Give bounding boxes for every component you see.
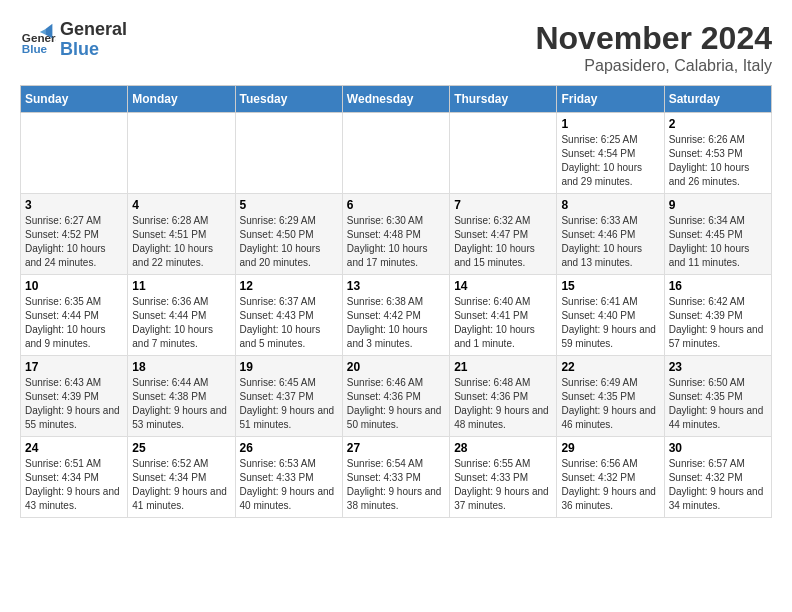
day-cell: 7Sunrise: 6:32 AM Sunset: 4:47 PM Daylig… xyxy=(450,194,557,275)
location: Papasidero, Calabria, Italy xyxy=(535,57,772,75)
day-info: Sunrise: 6:27 AM Sunset: 4:52 PM Dayligh… xyxy=(25,214,123,270)
day-number: 20 xyxy=(347,360,445,374)
day-number: 9 xyxy=(669,198,767,212)
day-info: Sunrise: 6:43 AM Sunset: 4:39 PM Dayligh… xyxy=(25,376,123,432)
day-info: Sunrise: 6:28 AM Sunset: 4:51 PM Dayligh… xyxy=(132,214,230,270)
day-info: Sunrise: 6:50 AM Sunset: 4:35 PM Dayligh… xyxy=(669,376,767,432)
day-cell: 26Sunrise: 6:53 AM Sunset: 4:33 PM Dayli… xyxy=(235,437,342,518)
header-cell-wednesday: Wednesday xyxy=(342,86,449,113)
day-number: 2 xyxy=(669,117,767,131)
day-number: 19 xyxy=(240,360,338,374)
day-cell: 30Sunrise: 6:57 AM Sunset: 4:32 PM Dayli… xyxy=(664,437,771,518)
day-info: Sunrise: 6:26 AM Sunset: 4:53 PM Dayligh… xyxy=(669,133,767,189)
calendar-body: 1Sunrise: 6:25 AM Sunset: 4:54 PM Daylig… xyxy=(21,113,772,518)
day-info: Sunrise: 6:54 AM Sunset: 4:33 PM Dayligh… xyxy=(347,457,445,513)
day-cell: 9Sunrise: 6:34 AM Sunset: 4:45 PM Daylig… xyxy=(664,194,771,275)
day-number: 12 xyxy=(240,279,338,293)
day-info: Sunrise: 6:52 AM Sunset: 4:34 PM Dayligh… xyxy=(132,457,230,513)
day-number: 30 xyxy=(669,441,767,455)
day-cell: 18Sunrise: 6:44 AM Sunset: 4:38 PM Dayli… xyxy=(128,356,235,437)
day-number: 18 xyxy=(132,360,230,374)
day-number: 26 xyxy=(240,441,338,455)
week-row-1: 1Sunrise: 6:25 AM Sunset: 4:54 PM Daylig… xyxy=(21,113,772,194)
day-cell: 3Sunrise: 6:27 AM Sunset: 4:52 PM Daylig… xyxy=(21,194,128,275)
day-info: Sunrise: 6:29 AM Sunset: 4:50 PM Dayligh… xyxy=(240,214,338,270)
day-info: Sunrise: 6:56 AM Sunset: 4:32 PM Dayligh… xyxy=(561,457,659,513)
week-row-5: 24Sunrise: 6:51 AM Sunset: 4:34 PM Dayli… xyxy=(21,437,772,518)
day-info: Sunrise: 6:41 AM Sunset: 4:40 PM Dayligh… xyxy=(561,295,659,351)
day-number: 10 xyxy=(25,279,123,293)
day-number: 3 xyxy=(25,198,123,212)
day-info: Sunrise: 6:55 AM Sunset: 4:33 PM Dayligh… xyxy=(454,457,552,513)
day-cell: 24Sunrise: 6:51 AM Sunset: 4:34 PM Dayli… xyxy=(21,437,128,518)
logo-blue: Blue xyxy=(60,39,99,59)
day-cell: 20Sunrise: 6:46 AM Sunset: 4:36 PM Dayli… xyxy=(342,356,449,437)
logo-wordmark: General Blue xyxy=(60,20,127,60)
day-info: Sunrise: 6:36 AM Sunset: 4:44 PM Dayligh… xyxy=(132,295,230,351)
day-cell: 2Sunrise: 6:26 AM Sunset: 4:53 PM Daylig… xyxy=(664,113,771,194)
day-info: Sunrise: 6:51 AM Sunset: 4:34 PM Dayligh… xyxy=(25,457,123,513)
calendar-header: SundayMondayTuesdayWednesdayThursdayFrid… xyxy=(21,86,772,113)
day-cell: 25Sunrise: 6:52 AM Sunset: 4:34 PM Dayli… xyxy=(128,437,235,518)
day-cell: 13Sunrise: 6:38 AM Sunset: 4:42 PM Dayli… xyxy=(342,275,449,356)
header-cell-friday: Friday xyxy=(557,86,664,113)
day-number: 24 xyxy=(25,441,123,455)
day-number: 1 xyxy=(561,117,659,131)
day-cell: 1Sunrise: 6:25 AM Sunset: 4:54 PM Daylig… xyxy=(557,113,664,194)
day-cell xyxy=(342,113,449,194)
day-number: 14 xyxy=(454,279,552,293)
day-cell: 27Sunrise: 6:54 AM Sunset: 4:33 PM Dayli… xyxy=(342,437,449,518)
day-cell: 4Sunrise: 6:28 AM Sunset: 4:51 PM Daylig… xyxy=(128,194,235,275)
day-info: Sunrise: 6:49 AM Sunset: 4:35 PM Dayligh… xyxy=(561,376,659,432)
day-cell xyxy=(128,113,235,194)
calendar: SundayMondayTuesdayWednesdayThursdayFrid… xyxy=(20,85,772,518)
header-cell-monday: Monday xyxy=(128,86,235,113)
day-number: 5 xyxy=(240,198,338,212)
header-cell-sunday: Sunday xyxy=(21,86,128,113)
day-cell: 23Sunrise: 6:50 AM Sunset: 4:35 PM Dayli… xyxy=(664,356,771,437)
day-cell: 15Sunrise: 6:41 AM Sunset: 4:40 PM Dayli… xyxy=(557,275,664,356)
day-info: Sunrise: 6:46 AM Sunset: 4:36 PM Dayligh… xyxy=(347,376,445,432)
day-cell xyxy=(450,113,557,194)
day-number: 13 xyxy=(347,279,445,293)
day-number: 16 xyxy=(669,279,767,293)
day-info: Sunrise: 6:38 AM Sunset: 4:42 PM Dayligh… xyxy=(347,295,445,351)
header: General Blue General Blue November 2024 … xyxy=(20,20,772,75)
day-info: Sunrise: 6:30 AM Sunset: 4:48 PM Dayligh… xyxy=(347,214,445,270)
day-cell: 22Sunrise: 6:49 AM Sunset: 4:35 PM Dayli… xyxy=(557,356,664,437)
day-cell: 6Sunrise: 6:30 AM Sunset: 4:48 PM Daylig… xyxy=(342,194,449,275)
day-info: Sunrise: 6:33 AM Sunset: 4:46 PM Dayligh… xyxy=(561,214,659,270)
day-info: Sunrise: 6:57 AM Sunset: 4:32 PM Dayligh… xyxy=(669,457,767,513)
day-info: Sunrise: 6:42 AM Sunset: 4:39 PM Dayligh… xyxy=(669,295,767,351)
header-row: SundayMondayTuesdayWednesdayThursdayFrid… xyxy=(21,86,772,113)
title-area: November 2024 Papasidero, Calabria, Ital… xyxy=(535,20,772,75)
day-cell: 21Sunrise: 6:48 AM Sunset: 4:36 PM Dayli… xyxy=(450,356,557,437)
day-number: 29 xyxy=(561,441,659,455)
week-row-2: 3Sunrise: 6:27 AM Sunset: 4:52 PM Daylig… xyxy=(21,194,772,275)
day-number: 25 xyxy=(132,441,230,455)
day-cell: 8Sunrise: 6:33 AM Sunset: 4:46 PM Daylig… xyxy=(557,194,664,275)
logo-icon: General Blue xyxy=(20,22,56,58)
day-cell: 28Sunrise: 6:55 AM Sunset: 4:33 PM Dayli… xyxy=(450,437,557,518)
month-title: November 2024 xyxy=(535,20,772,57)
day-info: Sunrise: 6:48 AM Sunset: 4:36 PM Dayligh… xyxy=(454,376,552,432)
day-cell: 16Sunrise: 6:42 AM Sunset: 4:39 PM Dayli… xyxy=(664,275,771,356)
day-number: 4 xyxy=(132,198,230,212)
day-number: 22 xyxy=(561,360,659,374)
day-info: Sunrise: 6:35 AM Sunset: 4:44 PM Dayligh… xyxy=(25,295,123,351)
day-number: 8 xyxy=(561,198,659,212)
day-cell: 19Sunrise: 6:45 AM Sunset: 4:37 PM Dayli… xyxy=(235,356,342,437)
day-number: 21 xyxy=(454,360,552,374)
day-number: 11 xyxy=(132,279,230,293)
day-info: Sunrise: 6:25 AM Sunset: 4:54 PM Dayligh… xyxy=(561,133,659,189)
day-info: Sunrise: 6:44 AM Sunset: 4:38 PM Dayligh… xyxy=(132,376,230,432)
day-number: 27 xyxy=(347,441,445,455)
logo-general: General xyxy=(60,19,127,39)
day-info: Sunrise: 6:40 AM Sunset: 4:41 PM Dayligh… xyxy=(454,295,552,351)
day-info: Sunrise: 6:32 AM Sunset: 4:47 PM Dayligh… xyxy=(454,214,552,270)
day-cell: 29Sunrise: 6:56 AM Sunset: 4:32 PM Dayli… xyxy=(557,437,664,518)
header-cell-thursday: Thursday xyxy=(450,86,557,113)
day-cell: 11Sunrise: 6:36 AM Sunset: 4:44 PM Dayli… xyxy=(128,275,235,356)
day-cell xyxy=(235,113,342,194)
header-cell-saturday: Saturday xyxy=(664,86,771,113)
